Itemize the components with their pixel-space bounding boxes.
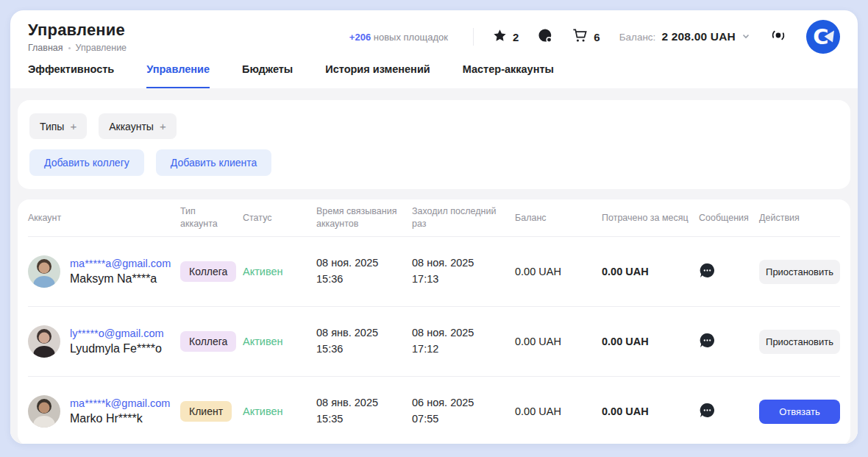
linked-time-cell: 08 янв. 2025 15:35 [316, 395, 412, 428]
row-action-button[interactable]: Отвязать [759, 400, 840, 424]
tabs: ЭффективностьУправлениеБюджетыИстория из… [10, 59, 858, 88]
col-header-linked-time: Время связывания аккаунтов [316, 205, 412, 230]
account-type-cell: Коллега [180, 261, 243, 282]
table-row: ma*****k@gmail.com Marko Hr****k Клиент … [28, 376, 840, 444]
messages-cell [699, 402, 759, 421]
row-action-button[interactable]: Приостановить [759, 330, 840, 354]
new-sites-link[interactable]: +206 новых площадок [349, 32, 448, 43]
message-button[interactable] [699, 402, 716, 421]
cart-button[interactable]: 6 [572, 28, 600, 46]
table-row: ma*****a@gmail.com Maksym Na****a Коллег… [28, 236, 840, 306]
header-divider [473, 28, 474, 46]
brand-logo[interactable]: C [806, 20, 840, 54]
avatar [28, 325, 60, 358]
message-button[interactable] [699, 262, 716, 281]
plus-icon: + [160, 120, 166, 132]
tab-master-accounts[interactable]: Мастер-аккаунты [463, 63, 554, 88]
balance-value: 2 208.00 UAH [661, 30, 736, 43]
chevron-down-icon [741, 30, 750, 43]
add-buttons-row: Добавить коллегу Добавить клиента [29, 149, 839, 176]
balance-label: Баланс: [619, 32, 656, 43]
avatar [28, 255, 60, 288]
types-filter-chip[interactable]: Типы + [29, 113, 87, 139]
balance-cell: 0.00 UAH [515, 336, 602, 347]
account-email-link[interactable]: ma*****k@gmail.com [70, 397, 170, 409]
favorites-button[interactable]: 2 [493, 29, 519, 45]
linked-time-cell: 08 ноя. 2025 15:36 [316, 255, 412, 288]
status-label: Активен [243, 336, 316, 347]
balance-cell: 0.00 UAH [515, 266, 602, 277]
header-right: +206 новых площадок 2 [349, 20, 840, 54]
breadcrumb-home[interactable]: Главная [28, 43, 63, 53]
col-header-actions: Действия [759, 212, 840, 224]
account-cell: ly*****o@gmail.com Lyudmyla Fe****o [28, 325, 180, 358]
account-email-link[interactable]: ma*****a@gmail.com [70, 258, 171, 269]
breadcrumb: Главная Управление [28, 43, 127, 53]
actions-cell: Приостановить [759, 260, 840, 284]
account-name: Lyudmyla Fe****o [70, 342, 164, 355]
account-name: Maksym Na****a [70, 272, 171, 286]
page-title: Управление [28, 21, 127, 40]
last-visit-cell: 06 ноя. 2025 07:55 [412, 395, 515, 428]
account-cell: ma*****k@gmail.com Marko Hr****k [28, 395, 180, 428]
account-cell: ma*****a@gmail.com Maksym Na****a [28, 255, 180, 288]
content-area: Типы + Аккаунты + Добавить коллегу Добав… [10, 88, 858, 444]
account-email-link[interactable]: ly*****o@gmail.com [70, 327, 164, 339]
breadcrumb-current: Управление [76, 43, 127, 53]
last-visit-cell: 08 ноя. 2025 17:12 [412, 325, 515, 358]
col-header-account: Аккаунт [28, 212, 180, 224]
message-button[interactable] [699, 332, 716, 351]
broadcast-icon [769, 26, 787, 47]
spent-cell: 0.00 UAH [602, 266, 699, 277]
new-sites-label: новых площадок [374, 32, 448, 43]
accounts-filter-chip[interactable]: Аккаунты + [99, 113, 177, 139]
table-body: ma*****a@gmail.com Maksym Na****a Коллег… [28, 236, 840, 444]
cart-icon [572, 28, 588, 46]
balance-dropdown[interactable]: Баланс: 2 208.00 UAH [619, 30, 750, 43]
header: Управление Главная Управление +206 новых… [10, 10, 858, 59]
account-type-cell: Клиент [180, 401, 243, 422]
spent-cell: 0.00 UAH [602, 405, 699, 417]
table-row: ly*****o@gmail.com Lyudmyla Fe****o Колл… [28, 306, 840, 376]
tab-history[interactable]: История изменений [325, 63, 430, 88]
last-visit-cell: 08 ноя. 2025 17:13 [412, 255, 515, 288]
broadcast-button[interactable] [769, 26, 787, 47]
linked-time-cell: 08 янв. 2025 15:36 [316, 325, 412, 358]
col-header-last-visit: Заходил последний раз [412, 205, 515, 230]
message-bubble-icon [699, 402, 716, 421]
avatar [28, 395, 60, 428]
cart-count: 6 [594, 31, 600, 43]
col-header-messages: Сообщения [699, 212, 759, 224]
tab-management[interactable]: Управление [146, 63, 210, 88]
spent-cell: 0.00 UAH [602, 336, 699, 347]
row-action-button[interactable]: Приостановить [759, 260, 840, 284]
table-header-row: Аккаунт Тип аккаунта Статус Время связыв… [28, 199, 840, 236]
filter-chip-row: Типы + Аккаунты + [29, 113, 839, 139]
tab-budgets[interactable]: Бюджеты [242, 63, 293, 88]
plus-icon: + [70, 120, 77, 132]
status-label: Активен [243, 266, 316, 277]
filter-card: Типы + Аккаунты + Добавить коллегу Добав… [18, 100, 850, 189]
chat-button[interactable] [538, 28, 553, 46]
account-type-badge: Коллега [180, 261, 236, 282]
account-name: Marko Hr****k [70, 412, 170, 425]
col-header-spent-month: Потрачено за месяц [602, 212, 699, 224]
favorites-count: 2 [513, 31, 519, 43]
messages-cell [699, 262, 759, 281]
actions-cell: Приостановить [759, 330, 840, 354]
star-icon [493, 29, 507, 45]
account-type-cell: Коллега [180, 331, 243, 352]
col-header-status: Статус [243, 212, 316, 224]
col-header-balance: Баланс [515, 212, 602, 224]
account-type-badge: Коллега [180, 331, 236, 352]
new-sites-count: +206 [349, 32, 371, 43]
add-colleague-button[interactable]: Добавить коллегу [29, 149, 144, 176]
tab-effectiveness[interactable]: Эффективность [28, 63, 114, 88]
title-block: Управление Главная Управление [28, 21, 127, 53]
main-window: Управление Главная Управление +206 новых… [10, 10, 858, 444]
status-label: Активен [243, 405, 316, 417]
accounts-table: Аккаунт Тип аккаунта Статус Время связыв… [18, 199, 850, 444]
chat-bubble-icon [538, 28, 553, 46]
add-client-button[interactable]: Добавить клиента [156, 149, 272, 176]
actions-cell: Отвязать [759, 400, 840, 424]
